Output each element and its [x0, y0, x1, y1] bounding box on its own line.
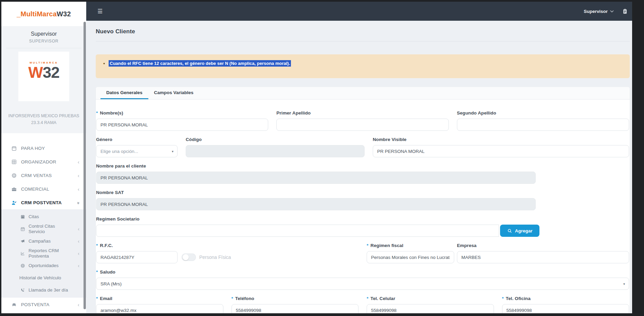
content-column: ☰ Supervisor Nuevo Cliente • Cuando el R… — [86, 2, 632, 313]
briefcase-icon — [11, 186, 17, 192]
submenu-item-llamada-3er-dia[interactable]: Llamada de 3er día — [1, 284, 86, 296]
field-label: Tel. Oficina — [506, 296, 531, 301]
sidebar-user-block: Supervisor SUPERVISOR MULTIMARCA W32 INF… — [1, 26, 86, 133]
page-title: Nuevo Cliente — [96, 28, 630, 35]
alert-text: Cuando el RFC tiene 12 caracteres, el gé… — [109, 60, 291, 67]
nombre-input[interactable] — [96, 119, 268, 131]
brand-suffix: W32 — [57, 10, 71, 18]
sidebar-item-organizador[interactable]: ORGANIZADOR ‹ — [1, 155, 86, 169]
calendar-grid-icon — [20, 227, 25, 231]
submenu-item-historial-de-vehiculo[interactable]: Historial de Vehículo — [1, 272, 86, 284]
validation-alert: • Cuando el RFC tiene 12 caracteres, el … — [96, 54, 630, 78]
submenu-item-oportunidades[interactable]: Oportunidades ‹ — [1, 260, 86, 272]
tab-bar: Datos Generales Campos Variables — [96, 87, 630, 100]
user-menu-label: Supervisor — [584, 9, 608, 14]
field-label: Primer Apellido — [276, 110, 448, 117]
sidebar-menu: PARA HOY ORGANIZADOR ‹ CRM VENTAS ‹ COME… — [1, 133, 86, 311]
user-check-icon — [11, 200, 17, 206]
saludo-value: SRA (Mrs) — [100, 281, 122, 286]
crm-postventa-submenu: Citas Control Citas Servicio ‹ Campañas … — [1, 209, 86, 298]
chevron-left-icon: ‹ — [78, 251, 79, 256]
sidebar-item-label: ORGANIZADOR — [21, 159, 56, 164]
submenu-item-campanas[interactable]: Campañas ‹ — [1, 235, 86, 247]
submenu-item-label: Control Citas Servicio — [29, 224, 70, 234]
required-asterisk: * — [96, 243, 98, 248]
chevron-left-icon: ‹ — [78, 159, 79, 164]
form-body: *Nombre(s) Primer Apellido Segundo Apell… — [96, 100, 630, 313]
field-label: Regímen Societario — [96, 216, 629, 223]
field-label: Tel. Celular — [370, 296, 395, 301]
divider — [96, 41, 630, 41]
tel-celular-input[interactable] — [367, 304, 494, 313]
bullet-icon: • — [103, 60, 105, 67]
clipboard-icon[interactable] — [622, 8, 628, 14]
submenu-item-control-citas-servicio[interactable]: Control Citas Servicio ‹ — [1, 223, 86, 235]
sidebar-item-postventa[interactable]: POSTVENTA ‹ — [1, 298, 86, 311]
field-label: Código — [186, 136, 365, 143]
agregar-button[interactable]: Agregar — [500, 225, 539, 237]
app-logo[interactable]: _MultiMarcaW32 — [1, 2, 86, 26]
codigo-input — [186, 145, 365, 157]
topbar: ☰ Supervisor — [86, 2, 632, 21]
user-menu[interactable]: Supervisor — [584, 9, 614, 14]
empresa-input[interactable] — [457, 251, 629, 263]
user-name: Supervisor — [1, 31, 86, 37]
tab-datos-generales[interactable]: Datos Generales — [100, 87, 148, 99]
sidebar: _MultiMarcaW32 Supervisor SUPERVISOR MUL… — [1, 2, 86, 313]
submenu-item-citas[interactable]: Citas — [1, 211, 86, 223]
nombre-sat-input — [96, 198, 536, 210]
chevron-left-icon: ‹ — [78, 302, 79, 307]
bullseye-icon — [20, 263, 25, 268]
org-version: 23.3.4 RAMA — [1, 120, 86, 125]
required-asterisk: * — [502, 296, 504, 301]
toggle-knob — [183, 254, 189, 260]
telefono-input[interactable] — [232, 304, 359, 313]
sidebar-item-label: CRM POSTVENTA — [21, 200, 62, 205]
calendar-icon — [20, 214, 25, 219]
phone-icon — [20, 288, 25, 293]
dealer-logo-number: 32 — [43, 64, 59, 81]
submenu-item-label: Oportunidades — [29, 263, 59, 268]
genero-placeholder: Elige una opción... — [100, 149, 138, 154]
regimen-fiscal-input[interactable] — [367, 251, 454, 263]
sidebar-item-crm-ventas[interactable]: CRM VENTAS ‹ — [1, 169, 86, 182]
chevron-double-down-icon: « — [77, 200, 79, 205]
persona-fisica-label: Persona Física — [199, 254, 231, 260]
brand-prefix: _MultiMarca — [17, 10, 57, 18]
hamburger-menu-icon[interactable]: ☰ — [97, 8, 103, 14]
nombre-para-cliente-input — [96, 172, 536, 184]
sidebar-scrollbar[interactable] — [84, 22, 86, 309]
field-label: Género — [96, 136, 178, 143]
dealer-logo-w: W — [28, 64, 42, 81]
sidebar-item-para-hoy[interactable]: PARA HOY — [1, 141, 86, 155]
agregar-button-label: Agregar — [515, 228, 533, 233]
field-label: Segundo Apellido — [457, 110, 629, 117]
required-asterisk: * — [96, 296, 98, 301]
chevron-down-icon — [610, 10, 614, 13]
sidebar-item-comercial[interactable]: COMERCIAL ‹ — [1, 182, 86, 196]
field-label: Saludo — [100, 269, 115, 275]
saludo-select[interactable]: SRA (Mrs) ▾ — [96, 278, 629, 290]
sidebar-item-crm-postventa[interactable]: CRM POSTVENTA « — [1, 196, 86, 209]
email-input[interactable] — [96, 304, 223, 313]
primer-apellido-input[interactable] — [276, 119, 448, 131]
genero-select[interactable]: Elige una opción... ▾ — [96, 145, 178, 157]
caret-down-icon: ▾ — [623, 282, 625, 286]
nombre-visible-input[interactable] — [373, 145, 629, 157]
persona-fisica-toggle[interactable] — [182, 253, 196, 261]
rfc-input[interactable] — [96, 251, 178, 263]
regimen-societario-input[interactable] — [96, 225, 499, 237]
required-asterisk: * — [367, 243, 368, 248]
bullseye-icon — [11, 173, 17, 178]
chevron-left-icon: ‹ — [78, 263, 79, 268]
submenu-item-label: Reportes CRM Postventa — [29, 248, 70, 259]
tel-oficina-input[interactable] — [502, 304, 629, 313]
app-window: _MultiMarcaW32 Supervisor SUPERVISOR MUL… — [0, 0, 644, 316]
submenu-item-reportes-crm-postventa[interactable]: Reportes CRM Postventa ‹ — [1, 247, 86, 260]
required-asterisk: * — [96, 269, 98, 275]
required-asterisk: * — [232, 296, 233, 301]
search-icon — [507, 228, 512, 233]
segundo-apellido-input[interactable] — [457, 119, 629, 131]
tab-campos-variables[interactable]: Campos Variables — [148, 87, 199, 99]
field-label: Email — [100, 296, 112, 301]
